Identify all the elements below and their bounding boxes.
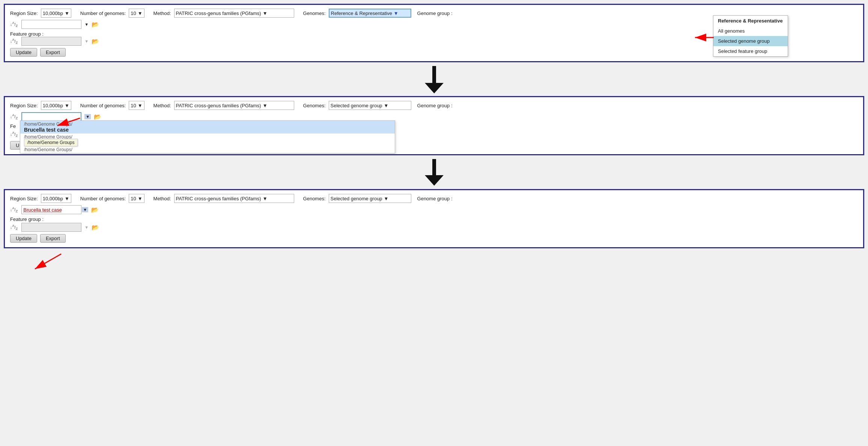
panel-3: Region Size: 10,000bp ▼ Number of genome… — [4, 189, 864, 248]
feature-group-label-3: Feature group : — [10, 216, 44, 222]
region-size-chevron-1: ▼ — [65, 11, 69, 16]
method-chevron-3: ▼ — [263, 196, 268, 201]
update-button-1[interactable]: Update — [10, 48, 37, 57]
region-size-select-1[interactable]: 10,000bp ▼ — [41, 9, 71, 18]
genomes-chevron-2: ▼ — [384, 103, 389, 108]
genomes-label-1: Genomes: — [303, 11, 326, 16]
num-genomes-chevron-3: ▼ — [138, 196, 143, 201]
panel3-row5: Update Export — [10, 234, 858, 243]
num-genomes-chevron-1: ▼ — [138, 11, 143, 16]
sort-icon-1: ↓A/Z — [10, 21, 18, 28]
dropdown-item-all-genomes[interactable]: All genomes — [713, 26, 788, 36]
panel3-row3: Feature group : — [10, 216, 858, 222]
genome-group-label-1: Genome group : — [417, 11, 453, 16]
sort-icon-feat-1: ↓A/Z — [10, 38, 18, 45]
genome-dropdown-list-2: /home/Genome Groups/ Brucella test case … — [20, 120, 395, 153]
method-label-2: Method: — [153, 103, 171, 108]
num-genomes-select-2[interactable]: 10 ▼ — [129, 101, 144, 110]
feature-group-input-1[interactable] — [21, 37, 81, 46]
method-chevron-2: ▼ — [263, 103, 268, 108]
num-genomes-select-1[interactable]: 10 ▼ — [129, 9, 144, 18]
num-genomes-select-3[interactable]: 10 ▼ — [129, 194, 144, 203]
folder-icon-feat-1[interactable]: 📂 — [92, 38, 99, 45]
region-size-label-3: Region Size: — [10, 196, 38, 201]
region-size-chevron-3: ▼ — [65, 196, 69, 201]
down-arrow-svg-1 — [419, 64, 449, 94]
num-genomes-chevron-2: ▼ — [138, 103, 143, 108]
genome-item-name-1: Brucella test case — [24, 127, 391, 133]
panel2-row2: ↓A/Z ▼ 📂 — [10, 112, 858, 121]
method-label-3: Method: — [153, 196, 171, 201]
down-arrow-svg-2 — [419, 157, 449, 187]
feature-group-input-3[interactable] — [21, 223, 81, 232]
region-size-chevron-2: ▼ — [65, 103, 69, 108]
genomes-label-2: Genomes: — [303, 103, 326, 108]
feature-group-label-1: Feature group : — [10, 31, 44, 37]
export-button-3[interactable]: Export — [40, 234, 66, 243]
panel3-row4: ↓A/Z ▼ 📂 — [10, 223, 858, 232]
dropdown-chevron-2[interactable]: ▼ — [84, 114, 91, 119]
feat-dropdown-chevron-3: ▼ — [84, 225, 89, 230]
svg-line-9 — [35, 254, 61, 269]
arrow-1-2 — [4, 62, 864, 96]
num-genomes-label-3: Number of genomes: — [80, 196, 126, 201]
dropdown-chevron-3[interactable]: ▼ — [82, 207, 88, 212]
folder-icon-genome-1[interactable]: 📂 — [92, 21, 99, 28]
arrow-2-3 — [4, 155, 864, 189]
genome-group-input-1[interactable] — [21, 20, 81, 29]
region-size-select-2[interactable]: 10,000bp ▼ — [41, 101, 71, 110]
genome-tooltip-2: /home/Genome Groups — [24, 139, 78, 146]
genomes-chevron-1: ▼ — [394, 11, 399, 16]
genome-list-item-1[interactable]: /home/Genome Groups/ Brucella test case — [20, 121, 395, 134]
genomes-chevron-3: ▼ — [384, 196, 389, 201]
genomes-select-2[interactable]: Selected genome group ▼ — [329, 101, 411, 110]
update-button-3[interactable]: Update — [10, 234, 37, 243]
export-button-1[interactable]: Export — [40, 48, 66, 57]
dropdown-item-ref-rep[interactable]: Reference & Representative — [713, 16, 788, 26]
method-label-1: Method: — [153, 11, 171, 16]
genome-group-label-2: Genome group : — [417, 103, 453, 108]
feat-dropdown-chevron-1: ▼ — [84, 39, 89, 44]
svg-marker-3 — [425, 83, 444, 93]
genome-list-item-2[interactable]: /home/Genome Groups/ Escherichia_| /home… — [20, 134, 395, 146]
region-size-label-2: Region Size: — [10, 103, 38, 108]
genome-group-selected-3[interactable] — [21, 205, 81, 214]
num-genomes-label-2: Number of genomes: — [80, 103, 126, 108]
folder-icon-feat-3[interactable]: 📂 — [92, 224, 99, 231]
dropdown-item-selected-genome-group[interactable]: Selected genome group — [713, 36, 788, 46]
genomes-select-1[interactable]: Reference & Representative ▼ — [329, 9, 411, 18]
svg-marker-7 — [425, 175, 444, 186]
dropdown-chevron-1[interactable]: ▼ — [84, 22, 89, 27]
method-select-2[interactable]: PATRIC cross-genus families (PGfams) ▼ — [174, 101, 294, 110]
folder-icon-genome-3[interactable]: 📂 — [91, 206, 99, 213]
sort-icon-feat-3: ↓A/Z — [10, 224, 18, 231]
genome-item-path-1: /home/Genome Groups/ — [24, 122, 391, 127]
method-chevron-1: ▼ — [263, 11, 268, 16]
genome-group-label-3: Genome group : — [417, 196, 453, 201]
sort-icon-3: ↓A/Z — [10, 206, 18, 213]
genomes-label-3: Genomes: — [303, 196, 326, 201]
genomes-select-3[interactable]: Selected genome group ▼ — [329, 194, 411, 203]
panel-1: Region Size: 10,000bp ▼ Number of genome… — [4, 4, 864, 62]
sort-icon-feat-2: ↓A/Z — [10, 131, 18, 138]
sort-icon-2: ↓A/Z — [10, 113, 18, 120]
dropdown-item-selected-feature-group[interactable]: Selected feature group — [713, 46, 788, 56]
panel2-row1: Region Size: 10,000bp ▼ Number of genome… — [10, 101, 858, 110]
panel3-row2: ↓A/Z ▼ 📂 — [10, 205, 858, 214]
genome-item-path-2: /home/Genome Groups/ — [24, 134, 391, 140]
region-size-select-3[interactable]: 10,000bp ▼ — [41, 194, 71, 203]
region-size-label-1: Region Size: — [10, 11, 38, 16]
num-genomes-label-1: Number of genomes: — [80, 11, 126, 16]
genome-item-path-3: /home/Genome Groups/ — [24, 147, 391, 152]
method-select-1[interactable]: PATRIC cross-genus families (PGfams) ▼ — [174, 9, 294, 18]
method-select-3[interactable]: PATRIC cross-genus families (PGfams) ▼ — [174, 194, 294, 203]
folder-icon-genome-2[interactable]: 📂 — [94, 113, 101, 120]
genome-list-item-3[interactable]: /home/Genome Groups/ — [20, 146, 395, 153]
genome-group-input-2[interactable] — [21, 112, 81, 121]
genomes-dropdown-menu-1: Reference & Representative All genomes S… — [713, 15, 788, 57]
feature-group-label-2: Fe — [10, 123, 16, 129]
panel3-row1: Region Size: 10,000bp ▼ Number of genome… — [10, 194, 858, 203]
panel-2: Region Size: 10,000bp ▼ Number of genome… — [4, 96, 864, 155]
